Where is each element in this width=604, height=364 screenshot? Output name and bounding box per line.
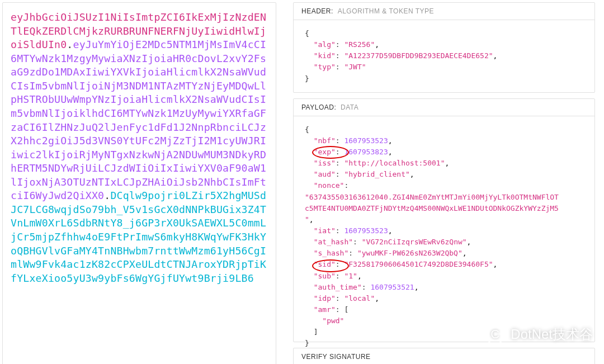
header-section-title: HEADER: ALGORITHM & TOKEN TYPE [294, 3, 594, 20]
encoded-token-panel: eyJhbGciOiJSUzI1NiIsImtpZCI6IkExMjIzNzdE… [2, 2, 276, 364]
encoded-token[interactable]: eyJhbGciOiJSUzI1NiIsImtpZCI6IkExMjIzNzdE… [11, 11, 268, 285]
header-json[interactable]: { "alg": "RS256", "kid": "A122377D59DBFD… [294, 20, 594, 92]
dot: . [104, 190, 110, 201]
dot: . [67, 39, 73, 50]
payload-section-title: PAYLOAD: DATA [294, 99, 594, 116]
token-signature-segment: DCqlw9pojri0LZir5X2hgMUSdJC7LCG8wqjdSo79… [11, 190, 266, 283]
jwt-debugger-container: eyJhbGciOiJSUzI1NiIsImtpZCI6IkExMjIzNzdE… [2, 2, 604, 364]
header-section: HEADER: ALGORITHM & TOKEN TYPE { "alg": … [293, 2, 595, 93]
token-payload-segment: eyJuYmYiOjE2MDc5NTM1MjMsImV4cCI6MTYwNzk1… [11, 39, 266, 201]
payload-section: PAYLOAD: DATA { "nbf": 1607953523, "exp"… [293, 98, 595, 342]
decoded-panel: HEADER: ALGORITHM & TOKEN TYPE { "alg": … [293, 2, 595, 364]
payload-json[interactable]: { "nbf": 1607953523, "exp": 1607953823, … [294, 116, 594, 357]
